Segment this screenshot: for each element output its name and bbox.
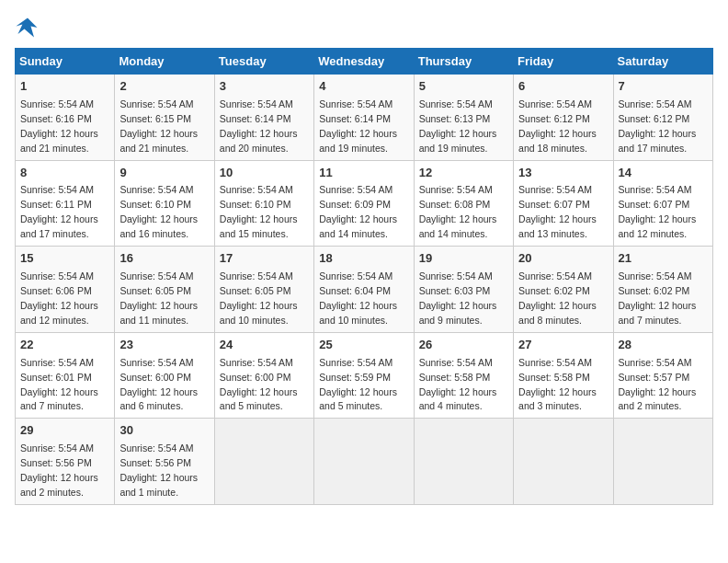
day-number: 6 — [518, 78, 608, 96]
day-number: 28 — [619, 337, 708, 354]
day-info: Sunrise: 5:54 AMSunset: 5:56 PMDaylight:… — [20, 442, 98, 498]
calendar-cell: 28Sunrise: 5:54 AMSunset: 5:57 PMDayligh… — [613, 332, 712, 419]
day-number: 12 — [419, 165, 508, 182]
day-number: 9 — [119, 165, 209, 182]
column-header-tuesday: Tuesday — [214, 49, 313, 75]
day-number: 30 — [119, 422, 209, 440]
day-info: Sunrise: 5:54 AMSunset: 6:12 PMDaylight:… — [518, 98, 597, 154]
day-info: Sunrise: 5:54 AMSunset: 6:09 PMDaylight:… — [319, 184, 397, 239]
day-number: 14 — [619, 165, 708, 182]
day-info: Sunrise: 5:54 AMSunset: 6:00 PMDaylight:… — [220, 357, 298, 412]
day-number: 13 — [518, 165, 608, 182]
calendar-cell: 29Sunrise: 5:54 AMSunset: 5:56 PMDayligh… — [16, 419, 115, 505]
column-header-sunday: Sunday — [16, 49, 115, 75]
day-number: 20 — [518, 250, 608, 268]
day-info: Sunrise: 5:54 AMSunset: 6:05 PMDaylight:… — [119, 270, 198, 326]
calendar-cell: 1Sunrise: 5:54 AMSunset: 6:16 PMDaylight… — [16, 75, 115, 161]
logo-icon — [15, 15, 40, 40]
calendar-cell: 25Sunrise: 5:54 AMSunset: 5:59 PMDayligh… — [314, 332, 414, 419]
column-header-monday: Monday — [115, 49, 214, 75]
day-number: 3 — [220, 78, 309, 96]
day-info: Sunrise: 5:54 AMSunset: 6:07 PMDaylight:… — [619, 184, 697, 239]
day-info: Sunrise: 5:54 AMSunset: 5:59 PMDaylight:… — [319, 357, 397, 412]
calendar-cell: 7Sunrise: 5:54 AMSunset: 6:12 PMDaylight… — [613, 75, 712, 161]
calendar-cell: 4Sunrise: 5:54 AMSunset: 6:14 PMDaylight… — [314, 75, 414, 161]
calendar-cell: 15Sunrise: 5:54 AMSunset: 6:06 PMDayligh… — [16, 247, 115, 333]
calendar-cell: 2Sunrise: 5:54 AMSunset: 6:15 PMDaylight… — [115, 75, 214, 161]
svg-marker-0 — [16, 18, 37, 38]
day-info: Sunrise: 5:54 AMSunset: 6:05 PMDaylight:… — [220, 270, 298, 326]
calendar-cell: 26Sunrise: 5:54 AMSunset: 5:58 PMDayligh… — [414, 332, 513, 419]
day-number: 17 — [220, 250, 309, 268]
day-number: 19 — [419, 250, 508, 268]
day-number: 25 — [319, 337, 408, 354]
calendar-cell: 19Sunrise: 5:54 AMSunset: 6:03 PMDayligh… — [414, 247, 513, 333]
calendar-cell: 24Sunrise: 5:54 AMSunset: 6:00 PMDayligh… — [214, 332, 313, 419]
day-info: Sunrise: 5:54 AMSunset: 6:03 PMDaylight:… — [419, 270, 497, 326]
page-header — [15, 15, 713, 40]
day-number: 15 — [20, 250, 109, 268]
column-header-thursday: Thursday — [414, 49, 513, 75]
day-number: 8 — [20, 165, 109, 182]
calendar-cell — [314, 419, 414, 505]
calendar-cell — [613, 419, 712, 505]
calendar-cell — [214, 419, 313, 505]
calendar-cell: 21Sunrise: 5:54 AMSunset: 6:02 PMDayligh… — [613, 247, 712, 333]
day-info: Sunrise: 5:54 AMSunset: 6:10 PMDaylight:… — [119, 184, 198, 239]
calendar-cell — [414, 419, 513, 505]
day-number: 7 — [619, 78, 708, 96]
day-info: Sunrise: 5:54 AMSunset: 5:58 PMDaylight:… — [518, 357, 597, 412]
column-header-friday: Friday — [514, 49, 613, 75]
calendar-cell: 17Sunrise: 5:54 AMSunset: 6:05 PMDayligh… — [214, 247, 313, 333]
day-info: Sunrise: 5:54 AMSunset: 6:12 PMDaylight:… — [619, 98, 697, 154]
day-info: Sunrise: 5:54 AMSunset: 6:02 PMDaylight:… — [518, 270, 597, 326]
day-number: 1 — [20, 78, 109, 96]
day-info: Sunrise: 5:54 AMSunset: 6:11 PMDaylight:… — [20, 184, 98, 239]
day-number: 29 — [20, 422, 109, 440]
day-info: Sunrise: 5:54 AMSunset: 6:10 PMDaylight:… — [220, 184, 298, 239]
calendar-cell: 11Sunrise: 5:54 AMSunset: 6:09 PMDayligh… — [314, 160, 414, 247]
header-row: SundayMondayTuesdayWednesdayThursdayFrid… — [16, 49, 713, 75]
calendar-cell: 23Sunrise: 5:54 AMSunset: 6:00 PMDayligh… — [115, 332, 214, 419]
calendar-week-5: 29Sunrise: 5:54 AMSunset: 5:56 PMDayligh… — [16, 419, 713, 505]
calendar-cell: 18Sunrise: 5:54 AMSunset: 6:04 PMDayligh… — [314, 247, 414, 333]
day-info: Sunrise: 5:54 AMSunset: 6:15 PMDaylight:… — [119, 98, 198, 154]
calendar-cell: 16Sunrise: 5:54 AMSunset: 6:05 PMDayligh… — [115, 247, 214, 333]
calendar-week-3: 15Sunrise: 5:54 AMSunset: 6:06 PMDayligh… — [16, 247, 713, 333]
day-number: 4 — [319, 78, 408, 96]
calendar-cell: 6Sunrise: 5:54 AMSunset: 6:12 PMDaylight… — [514, 75, 613, 161]
calendar-cell: 13Sunrise: 5:54 AMSunset: 6:07 PMDayligh… — [514, 160, 613, 247]
column-header-wednesday: Wednesday — [314, 49, 414, 75]
day-info: Sunrise: 5:54 AMSunset: 6:06 PMDaylight:… — [20, 270, 98, 326]
day-number: 21 — [619, 250, 708, 268]
day-info: Sunrise: 5:54 AMSunset: 6:14 PMDaylight:… — [319, 98, 397, 154]
calendar-cell — [514, 419, 613, 505]
day-number: 5 — [419, 78, 508, 96]
day-info: Sunrise: 5:54 AMSunset: 6:08 PMDaylight:… — [419, 184, 497, 239]
day-info: Sunrise: 5:54 AMSunset: 6:13 PMDaylight:… — [419, 98, 497, 154]
day-info: Sunrise: 5:54 AMSunset: 5:57 PMDaylight:… — [619, 357, 697, 412]
calendar-cell: 9Sunrise: 5:54 AMSunset: 6:10 PMDaylight… — [115, 160, 214, 247]
day-number: 18 — [319, 250, 408, 268]
day-number: 22 — [20, 337, 109, 354]
day-info: Sunrise: 5:54 AMSunset: 6:01 PMDaylight:… — [20, 357, 98, 412]
calendar-cell: 30Sunrise: 5:54 AMSunset: 5:56 PMDayligh… — [115, 419, 214, 505]
column-header-saturday: Saturday — [613, 49, 712, 75]
day-info: Sunrise: 5:54 AMSunset: 6:14 PMDaylight:… — [220, 98, 298, 154]
day-info: Sunrise: 5:54 AMSunset: 6:04 PMDaylight:… — [319, 270, 397, 326]
calendar-cell: 5Sunrise: 5:54 AMSunset: 6:13 PMDaylight… — [414, 75, 513, 161]
day-info: Sunrise: 5:54 AMSunset: 6:07 PMDaylight:… — [518, 184, 597, 239]
calendar-cell: 12Sunrise: 5:54 AMSunset: 6:08 PMDayligh… — [414, 160, 513, 247]
calendar-cell: 10Sunrise: 5:54 AMSunset: 6:10 PMDayligh… — [214, 160, 313, 247]
calendar-week-1: 1Sunrise: 5:54 AMSunset: 6:16 PMDaylight… — [16, 75, 713, 161]
day-info: Sunrise: 5:54 AMSunset: 6:00 PMDaylight:… — [119, 357, 198, 412]
calendar-cell: 8Sunrise: 5:54 AMSunset: 6:11 PMDaylight… — [16, 160, 115, 247]
day-number: 10 — [220, 165, 309, 182]
day-number: 23 — [119, 337, 209, 354]
calendar-cell: 27Sunrise: 5:54 AMSunset: 5:58 PMDayligh… — [514, 332, 613, 419]
day-number: 24 — [220, 337, 309, 354]
day-number: 26 — [419, 337, 508, 354]
day-number: 16 — [119, 250, 209, 268]
calendar-cell: 14Sunrise: 5:54 AMSunset: 6:07 PMDayligh… — [613, 160, 712, 247]
calendar-cell: 20Sunrise: 5:54 AMSunset: 6:02 PMDayligh… — [514, 247, 613, 333]
